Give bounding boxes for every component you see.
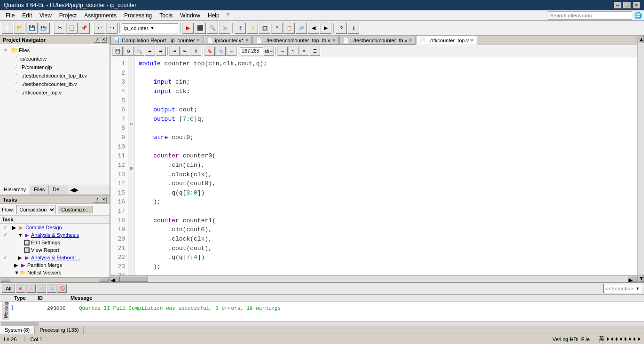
v-scrollbar[interactable]: ▲ ▼: [637, 36, 644, 282]
hscroll-thumb[interactable]: [120, 276, 148, 282]
tab-counter-top-tb[interactable]: 📄 ../testbench/counter_top_tb.v ✕: [252, 36, 339, 45]
forward-button[interactable]: ▶: [320, 23, 331, 34]
tree-item-counter-qip[interactable]: 📄 IP/counter.qip: [0, 63, 110, 71]
code-editor[interactable]: 1234567891011121314151617181920212223242…: [110, 57, 637, 275]
msg-info-btn[interactable]: ℹ: [47, 284, 56, 293]
flow-select[interactable]: Compilation: [16, 205, 56, 214]
counter-tb-close[interactable]: ✕: [408, 38, 412, 43]
etb-bookmark2[interactable]: 📎: [215, 47, 226, 56]
analysis-synthesis-label[interactable]: Analysis & Synthesis: [31, 232, 79, 238]
menu-assignments[interactable]: Assignments: [80, 11, 120, 20]
scroll-left-btn[interactable]: [1, 278, 10, 282]
back-button[interactable]: ◀: [308, 23, 319, 34]
nav-restore-btn[interactable]: ↗: [94, 37, 100, 43]
etb-nav2[interactable]: ➡: [156, 47, 166, 56]
etb-bookmark[interactable]: 🔖: [204, 47, 215, 56]
edit-settings-label[interactable]: Edit Settings: [31, 240, 60, 245]
etb-indent[interactable]: ⇥: [169, 47, 180, 56]
constraints-button[interactable]: 🔗: [296, 23, 307, 34]
restore-button[interactable]: □: [623, 2, 631, 8]
tab-more[interactable]: ◀▶: [68, 185, 80, 195]
etb-save[interactable]: 💾: [112, 47, 123, 56]
tab-design[interactable]: De...: [49, 185, 68, 195]
msg-hscroll-thumb[interactable]: [1, 322, 39, 326]
minimize-button[interactable]: ─: [614, 2, 621, 8]
tree-item-counter-tb[interactable]: 📄 ../testbench/counter_tb.v: [0, 80, 110, 88]
tab-system[interactable]: System (8): [0, 326, 35, 334]
tab-counter-top-active[interactable]: 📄 ../rtl/counter_top.v ✕: [416, 36, 477, 45]
tab-hierarchy[interactable]: Hierarchy: [0, 185, 30, 195]
msg-hscrollbar[interactable]: [0, 321, 644, 326]
tab-files[interactable]: Files: [30, 185, 49, 195]
hscroll-left[interactable]: ◀: [110, 276, 120, 282]
info-button[interactable]: ℹ: [348, 23, 359, 34]
paste-button[interactable]: 📌: [79, 23, 90, 34]
etb-align[interactable]: ≡: [299, 47, 309, 56]
pins-button[interactable]: 📍: [271, 23, 283, 34]
open-button[interactable]: 📂: [14, 23, 25, 34]
tasks-close-btn[interactable]: ✕: [101, 196, 107, 203]
etb-goto[interactable]: →: [226, 47, 236, 56]
assignments-button[interactable]: 📋: [283, 23, 295, 34]
timing-button[interactable]: ⏱: [235, 23, 246, 34]
expand-elaboration[interactable]: ▶: [18, 255, 24, 261]
msg-suppress-btn[interactable]: 🚫: [57, 284, 67, 293]
tasks-restore-btn[interactable]: ↗: [94, 196, 100, 203]
etb-para[interactable]: ¶: [288, 47, 298, 56]
tab-processing[interactable]: Processing (133): [35, 326, 84, 334]
customize-button[interactable]: Customize...: [58, 206, 93, 213]
menu-file[interactable]: File: [2, 11, 18, 20]
run-sim-button[interactable]: ▷: [219, 23, 230, 34]
undo-button[interactable]: ↩: [94, 23, 105, 34]
hscroll-right[interactable]: ▶: [628, 276, 637, 282]
analyze-button[interactable]: 🔍: [207, 23, 218, 34]
tasks-scrollbar[interactable]: [0, 277, 110, 282]
tree-item-counter-v[interactable]: 📄 ip/counter.v: [0, 55, 110, 63]
expand-netlist[interactable]: ▼: [14, 270, 20, 275]
counter-top-tb-close[interactable]: ✕: [332, 38, 336, 43]
vscroll-down[interactable]: ▼: [638, 274, 644, 282]
project-dropdown[interactable]: ip_counter ▼: [122, 23, 178, 33]
task-netlist-viewers[interactable]: ▼ 📁 Netlist Viewers: [0, 269, 110, 276]
redo-button[interactable]: ↪: [106, 23, 118, 34]
scroll-right-btn[interactable]: [99, 278, 109, 282]
h-scrollbar[interactable]: ◀ ▶: [110, 275, 637, 282]
tab-compilation-report[interactable]: 📊 Compilation Report - ip_counter ✕: [110, 36, 203, 45]
menu-view[interactable]: View: [36, 11, 55, 20]
tab-counter-tb[interactable]: 📄 ../testbench/counter_tb.v ✕: [339, 36, 416, 45]
copy-button[interactable]: 📋: [66, 23, 78, 34]
msg-all-btn[interactable]: All: [2, 284, 15, 293]
msg-warning2-btn[interactable]: ⚠!: [37, 284, 46, 293]
menu-edit[interactable]: Edit: [18, 11, 36, 20]
etb-unindent[interactable]: ⇤: [180, 47, 190, 56]
expand-compile[interactable]: ▶: [12, 225, 18, 231]
view-report-label[interactable]: View Report: [31, 247, 59, 253]
messages-side-label[interactable]: Messages: [2, 303, 9, 320]
task-view-report[interactable]: 🔲 View Report: [0, 246, 110, 254]
expand-partition[interactable]: ▶: [14, 262, 20, 268]
menu-project[interactable]: Project: [55, 11, 80, 20]
power-button[interactable]: ⚡: [247, 23, 258, 34]
nav-close-btn[interactable]: ✕: [101, 37, 107, 43]
etb-find-replace[interactable]: ab↔: [264, 47, 274, 56]
close-button[interactable]: ✕: [633, 2, 640, 8]
compile-button[interactable]: ▶: [182, 23, 194, 34]
expand-analysis[interactable]: ▼: [18, 232, 24, 238]
report-tab-close[interactable]: ✕: [196, 38, 200, 43]
counter-v-tab-close[interactable]: ✕: [245, 38, 249, 43]
etb-compile[interactable]: ⚙: [123, 47, 134, 56]
task-partition-merge[interactable]: ▶ ▶ Partition Merge: [0, 261, 110, 269]
menu-processing[interactable]: Processing: [120, 11, 156, 20]
menu-help[interactable]: Help: [204, 11, 223, 20]
menu-tools[interactable]: Tools: [156, 11, 176, 20]
task-analysis-elaboration[interactable]: ✓ ▶ ▶ Analysis & Elaborat...: [0, 254, 110, 261]
menu-window[interactable]: Window: [176, 11, 204, 20]
stop-button[interactable]: ⬛: [195, 23, 206, 34]
new-button[interactable]: 📄: [2, 23, 13, 34]
tree-item-counter-top[interactable]: 📄 ../rtl/counter_top.v: [0, 88, 110, 97]
task-analysis-synthesis[interactable]: ✓ ▼ ▶ Analysis & Synthesis: [0, 231, 110, 239]
code-content[interactable]: module counter_top(cin,clk,cout,q); inpu…: [135, 57, 637, 275]
chip-button[interactable]: 🔲: [259, 23, 270, 34]
counter-top-close[interactable]: ✕: [470, 38, 474, 43]
tree-item-counter-top-tb[interactable]: 📄 ../testbench/counter_top_tb.v: [0, 71, 110, 80]
